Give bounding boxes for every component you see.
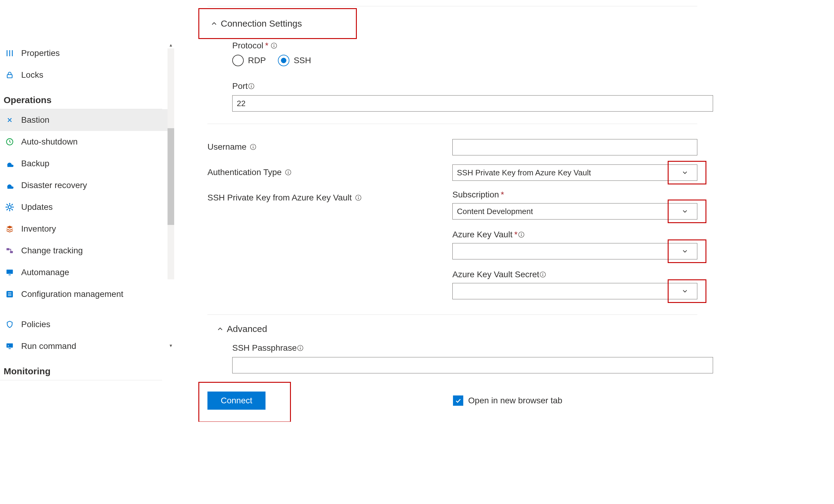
sidebar-item-label: Bastion [21,115,49,125]
info-icon[interactable] [285,169,292,176]
configuration-management-icon [4,289,15,300]
svg-line-13 [12,204,13,205]
backup-icon [4,158,15,169]
info-icon[interactable] [297,344,304,352]
bastion-icon [4,115,15,126]
subscription-select[interactable]: Content Development [453,203,697,219]
svg-rect-41 [521,234,522,236]
sidebar-section-monitoring: Monitoring [0,357,162,380]
svg-point-5 [8,205,11,209]
info-icon[interactable] [539,271,546,278]
sidebar-item-label: Automanage [21,268,69,277]
chevron-down-icon [673,283,697,299]
scroll-up-arrow[interactable]: ▲ [168,42,174,48]
info-icon[interactable] [270,42,278,49]
scroll-down-arrow[interactable]: ▼ [168,342,174,349]
sidebar-item-change-tracking[interactable]: Change tracking [0,240,174,262]
sidebar-item-auto-shutdown[interactable]: Auto-shutdown [0,131,174,153]
sidebar-item-automanage[interactable]: Automanage [0,262,174,283]
sidebar-item-label: Updates [21,202,52,212]
chevron-down-icon [673,203,697,219]
connect-button[interactable]: Connect [207,392,265,410]
port-input[interactable] [232,95,713,112]
azure-key-vault-secret-select[interactable] [453,283,697,299]
sidebar-item-label: Locks [21,70,43,80]
svg-rect-44 [543,274,543,276]
port-label: Port [232,81,713,91]
svg-rect-26 [274,45,274,47]
sidebar-item-label: Backup [21,159,49,169]
sidebar-section-operations: Operations [0,86,162,109]
sidebar-item-properties[interactable]: Properties [0,42,174,64]
ssh-passphrase-input[interactable] [232,357,713,373]
svg-rect-17 [9,275,11,275]
svg-rect-14 [7,248,9,250]
info-icon[interactable] [518,231,525,238]
protocol-radio-rdp[interactable]: RDP [232,55,266,66]
sidebar-item-inventory[interactable]: Inventory [0,218,174,240]
info-icon[interactable] [355,194,362,201]
sidebar-item-run-command[interactable]: Run command [0,335,174,357]
svg-point-31 [253,146,254,146]
updates-icon [4,202,15,213]
advanced-section-header[interactable]: Advanced [214,324,713,334]
connection-settings-header[interactable]: Connection Settings [198,18,713,29]
svg-line-10 [7,204,8,205]
svg-rect-35 [288,172,288,174]
clock-icon [4,136,15,147]
sidebar-item-label: Inventory [21,224,56,234]
main-content: Connection Settings Protocol* RDP SSH [174,0,834,422]
disaster-recovery-icon [4,180,15,191]
sidebar-item-configuration-management[interactable]: Configuration management [0,283,174,305]
svg-rect-22 [7,344,13,348]
sidebar-item-label: Change tracking [21,246,83,256]
info-icon[interactable] [249,143,257,151]
sidebar-item-label: Policies [21,320,50,329]
protocol-radio-ssh[interactable]: SSH [278,55,311,66]
sidebar-scrollbar[interactable]: ▲ ▼ [168,48,174,279]
chevron-up-icon [214,325,227,333]
section-header-label: Connection Settings [221,18,302,29]
svg-rect-3 [7,75,12,78]
svg-line-12 [7,209,8,210]
sidebar-item-label: Properties [21,48,60,58]
svg-rect-23 [9,348,11,349]
policies-icon [4,319,15,330]
sidebar-item-locks[interactable]: Locks [0,64,174,86]
chevron-up-icon [207,20,221,27]
sidebar-item-label: Configuration management [21,289,124,299]
inventory-icon [4,223,15,234]
svg-rect-32 [253,147,254,149]
svg-rect-15 [10,251,13,253]
scrollbar-thumb[interactable] [168,128,174,225]
azure-key-vault-select[interactable] [453,243,697,259]
lock-icon [4,69,15,81]
svg-rect-47 [300,348,301,350]
sidebar-item-disaster-recovery[interactable]: Disaster recovery [0,174,174,196]
sidebar-item-backup[interactable]: Backup [0,153,174,174]
sidebar-item-label: Auto-shutdown [21,137,78,147]
username-input[interactable] [453,139,697,155]
sidebar: Properties Locks Operations Bastion A [0,0,174,422]
chevron-down-icon [673,165,697,180]
svg-point-25 [273,44,274,45]
authentication-type-select[interactable]: SSH Private Key from Azure Key Vault [453,165,697,181]
ssh-private-key-kv-label: SSH Private Key from Azure Key Vault [207,190,453,302]
azure-key-vault-label: Azure Key Vault* [453,230,697,239]
open-in-new-tab-checkbox[interactable]: Open in new browser tab [453,395,562,406]
section-header-label: Advanced [227,324,267,334]
svg-line-11 [12,209,13,210]
info-icon[interactable] [248,83,255,90]
select-value: Content Development [457,207,533,216]
svg-point-46 [300,347,301,347]
sidebar-item-updates[interactable]: Updates [0,196,174,218]
sidebar-item-policies[interactable]: Policies [0,313,174,335]
radio-label: RDP [248,56,266,65]
svg-point-37 [358,196,359,197]
protocol-label: Protocol* [232,41,713,50]
checkbox-label: Open in new browser tab [468,396,562,406]
svg-point-40 [521,233,522,234]
svg-point-28 [251,85,252,86]
svg-rect-38 [358,197,359,199]
sidebar-item-bastion[interactable]: Bastion [0,109,174,131]
